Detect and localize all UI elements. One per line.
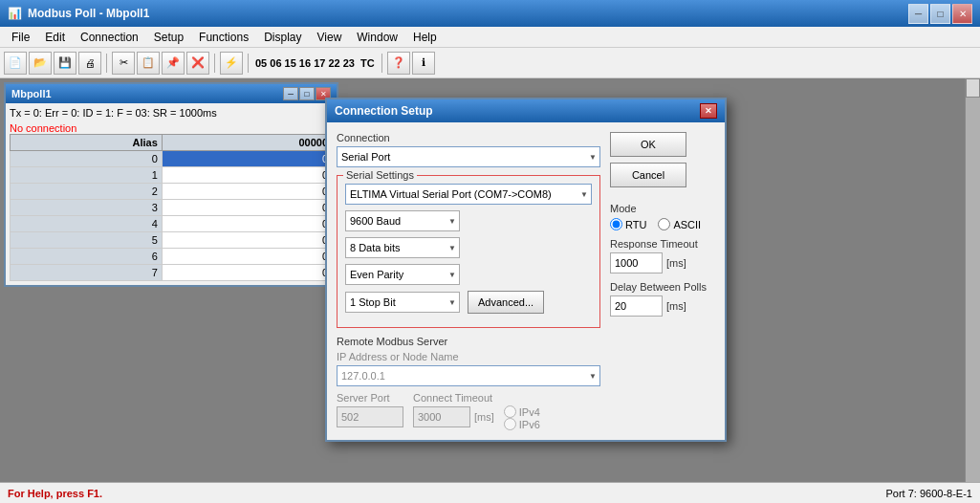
table-row: 70 <box>11 265 333 281</box>
row-value[interactable]: 0 <box>162 232 332 249</box>
port-dropdown[interactable]: ELTIMA Virtual Serial Port (COM7->COM8) <box>345 184 592 205</box>
data-bits-dropdown[interactable]: 8 Data bits <box>345 237 460 258</box>
title-bar-left: 📊 Modbus Poll - Mbpoll1 <box>8 7 149 20</box>
menu-functions[interactable]: Functions <box>191 29 256 46</box>
cancel-button[interactable]: Cancel <box>610 163 686 187</box>
ip-label: IP Address or Node Name <box>337 351 600 362</box>
mdi-window-mbpoll1: Mbpoll1 ─ □ ✕ Tx = 0: Err = 0: ID = 1: F… <box>4 82 338 287</box>
rtu-radio[interactable] <box>610 218 622 230</box>
serial-settings-label: Serial Settings <box>343 169 417 181</box>
mdi-status-line: Tx = 0: Err = 0: ID = 1: F = 03: SR = 10… <box>10 107 333 119</box>
server-port-group: Server Port <box>337 392 403 427</box>
row-value[interactable]: 0 <box>162 200 332 216</box>
dialog-close-button[interactable]: ✕ <box>700 103 717 119</box>
maximize-button[interactable]: □ <box>930 4 950 24</box>
ascii-radio[interactable] <box>658 218 670 230</box>
toolbar-connect[interactable]: ⚡ <box>220 52 243 75</box>
toolbar-numbers: 05 06 15 16 17 22 23 <box>253 57 357 69</box>
row-index: 4 <box>11 216 163 232</box>
ipv4-radio[interactable] <box>504 405 516 418</box>
ascii-radio-item: ASCII <box>658 218 701 230</box>
close-button[interactable]: ✕ <box>952 4 972 24</box>
app-icon: 📊 <box>8 7 22 20</box>
menu-edit[interactable]: Edit <box>37 29 73 46</box>
row-index: 3 <box>11 200 163 216</box>
toolbar-delete[interactable]: ❌ <box>186 52 209 75</box>
stop-bit-dropdown[interactable]: 1 Stop Bit <box>345 292 460 313</box>
response-timeout-input[interactable] <box>610 252 663 273</box>
baud-dropdown-wrapper: 9600 Baud <box>345 210 460 231</box>
menu-window[interactable]: Window <box>349 29 405 46</box>
data-bits-field: 8 Data bits <box>345 237 592 258</box>
mdi-area: Mbpoll1 ─ □ ✕ Tx = 0: Err = 0: ID = 1: F… <box>0 78 980 482</box>
toolbar-help[interactable]: ❓ <box>387 52 410 75</box>
rtu-label: RTU <box>625 219 646 230</box>
toolbar-save[interactable]: 💾 <box>54 52 76 75</box>
row-value[interactable]: 0 <box>162 184 332 200</box>
ascii-label: ASCII <box>673 219 701 230</box>
connection-label: Connection <box>337 132 600 143</box>
dialog-right-panel: OK Cancel Mode RTU ASCII <box>610 132 715 430</box>
toolbar-paste[interactable]: 📌 <box>162 52 185 75</box>
table-row: 00 <box>11 151 333 167</box>
menu-view[interactable]: View <box>310 29 350 46</box>
app-title: Modbus Poll - Mbpoll1 <box>28 7 149 20</box>
parity-field: Even Parity <box>345 264 592 285</box>
delay-row: [ms] <box>610 295 715 317</box>
status-bar: For Help, press F1. Port 7: 9600-8-E-1 <box>0 482 980 503</box>
row-value[interactable]: 0 <box>162 265 332 281</box>
row-index: 6 <box>11 249 163 265</box>
connect-timeout-input[interactable] <box>413 406 470 427</box>
status-left: For Help, press F1. <box>8 488 102 499</box>
toolbar-print[interactable]: 🖨 <box>78 52 101 75</box>
menu-bar: File Edit Connection Setup Functions Dis… <box>0 27 980 48</box>
ipv6-radio[interactable] <box>504 418 516 430</box>
menu-file[interactable]: File <box>4 29 37 46</box>
mdi-content: Tx = 0: Err = 0: ID = 1: F = 03: SR = 10… <box>6 103 337 285</box>
toolbar-open[interactable]: 📂 <box>29 52 52 75</box>
mode-group: Mode RTU ASCII <box>610 203 715 230</box>
minimize-button[interactable]: ─ <box>908 4 928 24</box>
menu-help[interactable]: Help <box>405 29 445 46</box>
scrollbar-thumb[interactable] <box>966 78 980 98</box>
connection-dropdown[interactable]: Serial Port <box>337 146 600 167</box>
dialog-body: Connection Serial Port Serial Settings <box>327 122 725 440</box>
col-header-value: 00000 <box>162 135 332 151</box>
toolbar-about[interactable]: ℹ <box>412 52 435 75</box>
row-value[interactable]: 0 <box>162 216 332 232</box>
title-bar-controls: ─ □ ✕ <box>908 4 972 24</box>
server-port-input[interactable] <box>337 406 403 427</box>
mdi-minimize[interactable]: ─ <box>283 87 298 100</box>
menu-setup[interactable]: Setup <box>146 29 191 46</box>
toolbar-cut[interactable]: ✂ <box>112 52 135 75</box>
ip-dropdown[interactable]: 127.0.0.1 <box>337 365 600 386</box>
row-index: 0 <box>11 151 163 167</box>
advanced-button[interactable]: Advanced... <box>468 291 544 314</box>
port-dropdown-wrapper: ELTIMA Virtual Serial Port (COM7->COM8) <box>345 184 592 205</box>
remote-server-section: Remote Modbus Server IP Address or Node … <box>337 336 600 430</box>
title-bar: 📊 Modbus Poll - Mbpoll1 ─ □ ✕ <box>0 0 980 27</box>
ok-button[interactable]: OK <box>610 132 686 157</box>
mdi-title-controls: ─ □ ✕ <box>283 87 331 100</box>
menu-display[interactable]: Display <box>256 29 309 46</box>
row-value[interactable]: 0 <box>162 167 332 184</box>
delay-group: Delay Between Polls [ms] <box>610 281 715 317</box>
main-scrollbar[interactable] <box>965 78 980 482</box>
dialog-left-panel: Connection Serial Port Serial Settings <box>337 132 600 430</box>
row-value[interactable]: 0 <box>162 249 332 265</box>
toolbar-copy[interactable]: 📋 <box>137 52 160 75</box>
parity-dropdown[interactable]: Even Parity <box>345 264 460 285</box>
row-value[interactable]: 0 <box>162 151 332 167</box>
dialog-title: Connection Setup <box>335 104 433 118</box>
ipv6-label: IPv6 <box>519 419 540 430</box>
baud-dropdown[interactable]: 9600 Baud <box>345 210 460 231</box>
table-row: 10 <box>11 167 333 184</box>
delay-ms: [ms] <box>666 300 686 312</box>
table-row: 40 <box>11 216 333 232</box>
delay-input[interactable] <box>610 295 663 317</box>
menu-connection[interactable]: Connection <box>73 29 146 46</box>
toolbar-new[interactable]: 📄 <box>4 52 27 75</box>
mdi-maximize[interactable]: □ <box>299 87 315 100</box>
separator-2 <box>214 54 215 73</box>
mode-radio-row: RTU ASCII <box>610 218 715 230</box>
